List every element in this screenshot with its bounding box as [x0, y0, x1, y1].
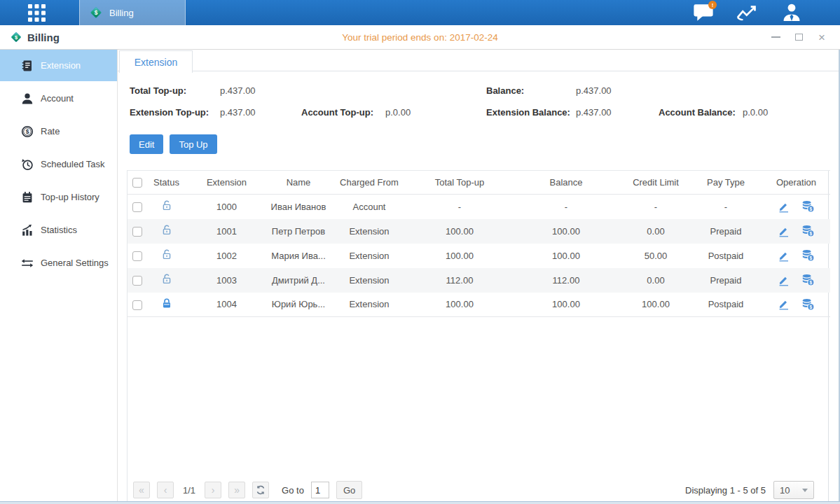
- table-row[interactable]: 1001 Петр Петров Extension 100.00 100.00…: [128, 219, 830, 244]
- row-checkbox[interactable]: [132, 202, 142, 212]
- table-row[interactable]: 1000 Иван Иванов Account - - - - $: [128, 195, 830, 219]
- sidebar-item-label: Top-up History: [41, 192, 99, 202]
- cell-charged-from: Extension: [329, 219, 409, 244]
- row-checkbox[interactable]: [132, 300, 142, 310]
- cell-name: Дмитрий Д...: [268, 268, 329, 293]
- sidebar-item-rate[interactable]: $ Rate: [0, 115, 117, 147]
- displaying-text: Displaying 1 - 5 of 5: [685, 485, 766, 496]
- row-checkbox[interactable]: [132, 251, 142, 261]
- sidebar-item-label: Account: [41, 93, 74, 104]
- column-name: Name: [268, 171, 329, 195]
- cell-pay-type: Prepaid: [689, 268, 762, 293]
- column-operation: Operation: [762, 171, 830, 195]
- maximize-button[interactable]: [793, 31, 804, 43]
- sidebar-item-topup-history[interactable]: Top-up History: [0, 181, 117, 213]
- sidebar: Extension Account $ Rate: [0, 50, 118, 501]
- pagination-right: Displaying 1 - 5 of 5 10: [685, 481, 822, 499]
- extension-balance-label: Extension Balance:: [486, 107, 576, 118]
- notifications-button[interactable]: !: [691, 1, 715, 24]
- edit-row-button[interactable]: [778, 201, 790, 213]
- lock-closed-icon: [161, 298, 172, 309]
- refresh-icon: [256, 485, 266, 495]
- cell-pay-type: Postpaid: [689, 293, 762, 317]
- summary-panel: Total Top-up: p.437.00 Balance: p.437.00…: [118, 71, 839, 123]
- previous-page-button[interactable]: ‹: [157, 482, 174, 498]
- top-app-bar: $ Billing !: [0, 0, 840, 25]
- cell-balance: 100.00: [510, 293, 622, 317]
- sidebar-item-general-settings[interactable]: General Settings: [0, 247, 117, 279]
- page-size-select[interactable]: 10: [773, 481, 814, 499]
- app-grid-menu-button[interactable]: [26, 2, 47, 23]
- table-row[interactable]: 1002 Мария Ива... Extension 100.00 100.0…: [128, 244, 830, 268]
- svg-text:$: $: [810, 280, 813, 286]
- person-icon: [21, 92, 34, 105]
- top-up-row-button[interactable]: $: [801, 298, 815, 311]
- close-button[interactable]: ×: [816, 31, 827, 43]
- line-chart-icon: [736, 4, 759, 22]
- billing-app-window: $ Billing !: [0, 0, 840, 504]
- table-header-row: Status Extension Name Charged From Total…: [128, 171, 830, 195]
- pagination-bar: « ‹ 1/1 › » Go to Go: [128, 479, 828, 501]
- go-button[interactable]: Go: [336, 481, 362, 499]
- first-page-button[interactable]: «: [133, 482, 150, 498]
- column-credit-limit: Credit Limit: [622, 171, 689, 195]
- edit-row-button[interactable]: [778, 250, 790, 262]
- select-all-checkbox[interactable]: [132, 178, 142, 188]
- refresh-button[interactable]: [252, 482, 269, 498]
- top-up-button[interactable]: Top Up: [170, 134, 216, 154]
- table-row[interactable]: 1004 Юрий Юрь... Extension 100.00 100.00…: [128, 293, 830, 317]
- account-topup-label: Account Top-up:: [301, 107, 385, 118]
- cell-pay-type: Prepaid: [689, 219, 762, 244]
- edit-row-button[interactable]: [778, 298, 790, 310]
- next-page-button[interactable]: ›: [205, 482, 221, 498]
- cell-total-topup: -: [409, 195, 510, 219]
- sidebar-item-extension[interactable]: Extension: [0, 50, 117, 81]
- user-account-button[interactable]: [780, 1, 804, 24]
- column-balance: Balance: [510, 171, 622, 195]
- svg-text:$: $: [810, 255, 813, 261]
- summary-row-2: Extension Top-up: p.437.00 Account Top-u…: [130, 102, 839, 123]
- last-page-button[interactable]: »: [228, 482, 245, 498]
- summary-row-1: Total Top-up: p.437.00 Balance: p.437.00: [130, 80, 839, 102]
- coins-icon: $: [801, 200, 815, 213]
- tab-extension[interactable]: Extension: [119, 50, 193, 73]
- cell-name: Петр Петров: [268, 219, 329, 244]
- topbar-actions: !: [691, 0, 840, 25]
- trial-notice: Your trial period ends on: 2017-02-24: [342, 32, 497, 43]
- sidebar-item-scheduled-task[interactable]: Scheduled Task: [0, 148, 117, 180]
- edit-row-button[interactable]: [778, 225, 790, 237]
- row-checkbox[interactable]: [132, 227, 142, 237]
- sidebar-item-statistics[interactable]: Statistics: [0, 214, 117, 246]
- sidebar-item-label: Scheduled Task: [41, 159, 105, 169]
- extension-topup-label: Extension Top-up:: [130, 107, 220, 118]
- cell-total-topup: 100.00: [409, 244, 510, 268]
- row-checkbox[interactable]: [132, 276, 142, 286]
- column-status: Status: [147, 171, 186, 195]
- tab-label: Extension: [135, 57, 177, 68]
- cell-total-topup: 100.00: [409, 219, 510, 244]
- minimize-button[interactable]: [770, 31, 781, 43]
- svg-text:$: $: [810, 304, 813, 310]
- top-up-row-button[interactable]: $: [801, 225, 815, 237]
- sidebar-item-account[interactable]: Account: [0, 83, 117, 114]
- main-area: Extension Account $ Rate: [0, 50, 840, 501]
- window-bottom-edge: [0, 501, 840, 504]
- cell-credit-limit: 50.00: [622, 244, 689, 268]
- billing-diamond-icon: $: [89, 6, 103, 20]
- top-up-row-button[interactable]: $: [801, 200, 815, 213]
- resource-monitor-button[interactable]: [736, 1, 759, 24]
- table-row[interactable]: 1003 Дмитрий Д... Extension 112.00 112.0…: [128, 268, 830, 293]
- cell-total-topup: 112.00: [409, 268, 510, 293]
- pencil-icon: [778, 250, 790, 262]
- open-app-tab-billing[interactable]: $ Billing: [79, 0, 186, 25]
- edit-button[interactable]: Edit: [130, 134, 163, 154]
- cell-extension: 1001: [186, 219, 268, 244]
- dollar-circle-icon: $: [21, 125, 34, 138]
- top-up-row-button[interactable]: $: [801, 274, 815, 286]
- goto-page-input[interactable]: [311, 482, 329, 498]
- cell-charged-from: Extension: [329, 244, 409, 268]
- top-up-row-button[interactable]: $: [801, 249, 815, 262]
- column-extension: Extension: [186, 171, 268, 195]
- edit-row-button[interactable]: [778, 274, 790, 286]
- svg-text:$: $: [810, 206, 813, 212]
